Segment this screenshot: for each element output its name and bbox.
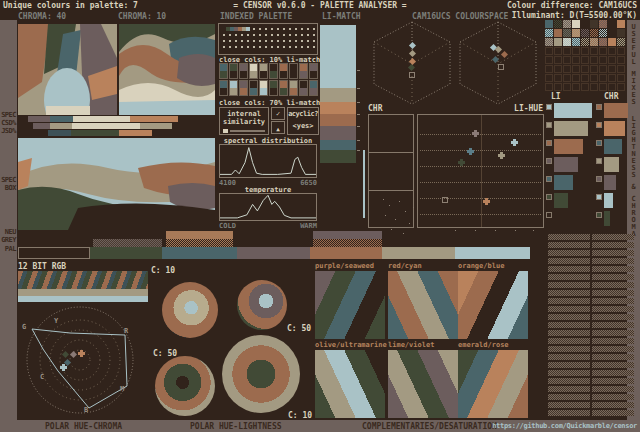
similarity-checkbox[interactable]: ✓: [271, 107, 285, 120]
mix-slot-empty: [599, 65, 607, 73]
bar-swatch: [546, 176, 552, 182]
internal-similarity-line2: similarity: [220, 118, 268, 126]
spec-bar-segment: [130, 116, 178, 122]
hue-letter: Y: [54, 317, 58, 325]
ramp-strip: [548, 370, 590, 376]
mix-swatch: [581, 38, 589, 46]
mix-slot-empty: [572, 74, 580, 82]
internal-similarity-line1: internal: [220, 110, 268, 118]
ramp-strip: [548, 410, 590, 416]
gamut-polygon: [32, 329, 127, 408]
ramp-strip: [548, 394, 590, 400]
similarity-slider-handle[interactable]: [223, 129, 228, 133]
indexed-colour: [246, 27, 250, 31]
chroma-bars: [596, 103, 627, 229]
ramp-strip: [548, 258, 590, 264]
hue-letter: R: [124, 327, 128, 335]
bar: [554, 175, 573, 190]
mix-slot-empty: [581, 56, 589, 64]
mix-swatch: [563, 38, 571, 46]
spec-bar: [33, 123, 172, 129]
spec-bar-segment: [50, 116, 73, 122]
ramp-strip: [592, 258, 634, 264]
ramp-strip: [592, 386, 634, 392]
spec-bar-segment: [73, 116, 130, 122]
ramp-strip: [592, 322, 634, 328]
polar-point: [78, 350, 85, 357]
hue-letter: C: [40, 373, 44, 381]
ramp-strip: [592, 282, 634, 288]
close-colour-pairs-grid: [219, 63, 321, 97]
mix-slot-empty: [617, 65, 625, 73]
mix-slot-empty: [554, 74, 562, 82]
scatter-scroll-indicator[interactable]: [363, 150, 365, 218]
chroma40-label: CHROMA: 40: [18, 12, 66, 21]
check-icon: ✓: [272, 110, 284, 118]
scatter-point: [483, 198, 490, 205]
bar: [554, 211, 563, 226]
mix-slot-empty: [545, 65, 553, 73]
mix-slot-empty: [545, 47, 553, 55]
hue-letter: M: [120, 385, 124, 393]
ramp-strip: [548, 378, 590, 384]
ramp-strip: [548, 314, 590, 320]
colour-pair-cell: [289, 63, 298, 79]
colour-pair-cell: [219, 80, 228, 96]
rendered-image-chroma40: [18, 24, 117, 115]
ramp-strip: [592, 370, 634, 376]
footer-polar-hue-lightness: POLAR HUE-LIGHTNESS: [190, 422, 282, 431]
bar-row: [546, 139, 592, 157]
li-bars-label: LI: [551, 92, 561, 101]
ramp-strip: [592, 330, 634, 336]
disc-chroma-label: C: 50: [153, 349, 177, 358]
mix-swatch: [599, 20, 607, 28]
mix-swatch: [608, 20, 616, 28]
bar-swatch: [546, 104, 552, 110]
mix-swatch: [617, 20, 625, 28]
neu-label: NEU: [0, 228, 16, 236]
grey-block: [93, 239, 162, 247]
mix-slot-empty: [563, 74, 571, 82]
spec-bar-segment: [28, 116, 50, 122]
temperature-warm: WARM: [219, 222, 317, 230]
temperature-panel: [219, 193, 317, 221]
palette-colour-swatch: [237, 247, 310, 259]
similarity-slider-track[interactable]: [230, 130, 265, 132]
chroma10-label: CHROMA: 10: [118, 12, 166, 21]
li-match-segment: [320, 126, 356, 140]
hue-lightness-disc: [237, 280, 287, 330]
mix-slot-empty: [599, 74, 607, 82]
expand-button[interactable]: ▲: [271, 121, 285, 134]
mix-swatch: [590, 20, 598, 28]
acyclic-value[interactable]: <yes>: [288, 122, 318, 130]
mix-slot-empty: [563, 65, 571, 73]
mix-slot-empty: [617, 83, 625, 91]
mix-swatch: [590, 38, 598, 46]
polar-hue-chroma-plot: GYRCMB: [10, 303, 148, 419]
mix-slot-empty: [581, 65, 589, 73]
lightness-chroma-vertical-label: LIGHTNESS & CHROMA: [627, 116, 640, 238]
12bit-rgb-pattern: [18, 271, 148, 302]
mix-slot-empty: [545, 56, 553, 64]
mix-slot-empty: [554, 65, 562, 73]
ramp-strip: [548, 354, 590, 360]
ramp-strip: [548, 402, 590, 408]
indexed-palette-label: INDEXED PALETTE: [220, 12, 292, 21]
bar-row: [596, 211, 627, 229]
scatter-point: [467, 148, 474, 155]
ramp-strip: [592, 290, 634, 296]
ramp-strip: [548, 266, 590, 272]
bar-swatch: [596, 122, 602, 128]
bar: [604, 157, 619, 172]
li-match-strip: [320, 25, 356, 163]
spec-bar-segment: [119, 130, 152, 136]
github-url-link[interactable]: https://github.com/Quickmarble/censor: [492, 422, 637, 430]
noise-dots: [383, 199, 384, 200]
complementary-label: red/cyan: [388, 262, 422, 270]
ramp-strip: [548, 362, 590, 368]
li-match-segment: [320, 150, 356, 163]
mix-slot-empty: [545, 83, 553, 91]
mix-slot-empty: [545, 74, 553, 82]
ramp-strip: [548, 290, 590, 296]
palette-colour-swatch: [162, 247, 237, 259]
